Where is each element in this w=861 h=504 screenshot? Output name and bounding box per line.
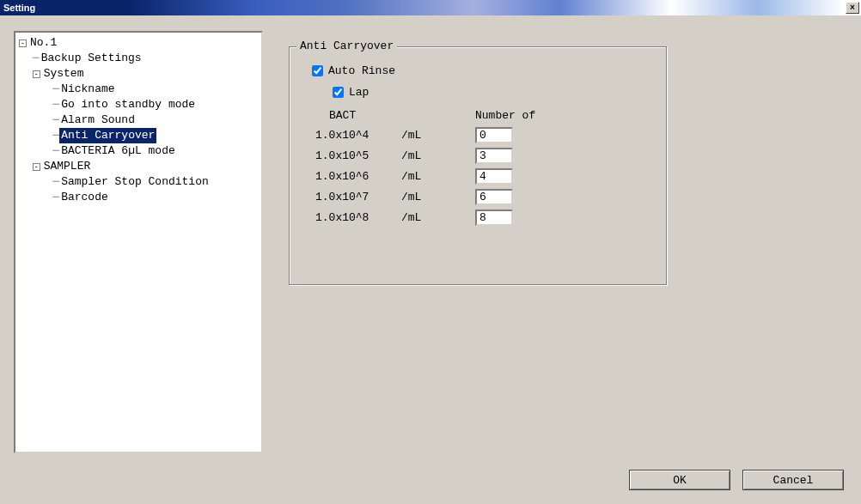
bact-value: 1.0x10^5: [315, 149, 401, 162]
table-row: 1.0x10^7 /mL: [308, 189, 647, 205]
unit-label: /mL: [401, 129, 475, 142]
tree-node-backup[interactable]: ─ Backup Settings: [19, 51, 258, 66]
lap-checkbox[interactable]: [333, 87, 344, 98]
close-icon[interactable]: ×: [846, 2, 859, 14]
columns-header: BACT Number of: [308, 109, 647, 122]
table-row: 1.0x10^6 /mL: [308, 168, 647, 185]
tree-node-system[interactable]: - System: [19, 66, 258, 82]
col-number-header: Number of: [475, 109, 578, 122]
ok-button[interactable]: OK: [629, 470, 730, 490]
tree-node-sampler[interactable]: - SAMPLER: [19, 159, 258, 174]
bact-value: 1.0x10^7: [315, 191, 401, 203]
tree-label[interactable]: Sampler Stop Condition: [59, 174, 211, 190]
tree-label[interactable]: Go into standby mode: [59, 97, 197, 112]
number-field[interactable]: [475, 148, 513, 164]
titlebar: Setting ×: [0, 0, 861, 15]
tree-label[interactable]: Anti Carryover: [59, 128, 156, 143]
tree-node-standby[interactable]: ─ Go into standby mode: [19, 97, 258, 112]
tree-label[interactable]: Backup Settings: [40, 51, 144, 66]
col-bact-header: BACT: [329, 109, 415, 122]
table-row: 1.0x10^4 /mL: [308, 127, 647, 143]
client-area: - No.1 ─ Backup Settings - System ─ Nick…: [0, 15, 861, 504]
tree-node-barcode[interactable]: ─ Barcode: [19, 190, 258, 205]
bact-value: 1.0x10^4: [315, 129, 401, 142]
tree-label[interactable]: System: [42, 66, 86, 82]
tree-label[interactable]: BACTERIA 6µL mode: [59, 143, 177, 159]
tree-node-bacteria[interactable]: ─ BACTERIA 6µL mode: [19, 143, 258, 159]
anti-carryover-group: Anti Carryover Auto Rinse Lap BACT Numbe…: [289, 46, 667, 285]
lap-label: Lap: [349, 86, 369, 99]
tree-label[interactable]: SAMPLER: [42, 159, 93, 174]
tree-node-nickname[interactable]: ─ Nickname: [19, 82, 258, 97]
tree-node-anti-carryover[interactable]: ─ Anti Carryover: [19, 128, 258, 143]
table-row: 1.0x10^5 /mL: [308, 148, 647, 164]
settings-tree[interactable]: - No.1 ─ Backup Settings - System ─ Nick…: [14, 31, 263, 453]
unit-label: /mL: [401, 211, 475, 224]
unit-label: /mL: [401, 149, 475, 162]
tree-node-no1[interactable]: - No.1: [19, 35, 258, 51]
tree-label[interactable]: Barcode: [59, 190, 110, 205]
group-legend: Anti Carryover: [296, 39, 397, 52]
tree-label[interactable]: Alarm Sound: [59, 112, 137, 128]
unit-label: /mL: [401, 170, 475, 183]
expander-icon[interactable]: -: [19, 39, 27, 47]
window-title: Setting: [3, 3, 35, 13]
table-row: 1.0x10^8 /mL: [308, 209, 647, 226]
tree-label[interactable]: Nickname: [59, 82, 116, 97]
tree-label[interactable]: No.1: [28, 35, 58, 51]
auto-rinse-row: Auto Rinse: [308, 63, 647, 79]
bact-value: 1.0x10^8: [315, 211, 401, 224]
auto-rinse-label: Auto Rinse: [328, 64, 395, 77]
cancel-button[interactable]: Cancel: [742, 470, 844, 490]
lap-row: Lap: [329, 84, 647, 100]
number-field[interactable]: [475, 189, 513, 205]
expander-icon[interactable]: -: [33, 163, 40, 171]
number-field[interactable]: [475, 168, 513, 185]
button-bar: OK Cancel: [629, 470, 844, 490]
tree-node-alarm[interactable]: ─ Alarm Sound: [19, 112, 258, 128]
bact-value: 1.0x10^6: [315, 170, 401, 183]
auto-rinse-checkbox[interactable]: [312, 65, 323, 76]
number-field[interactable]: [475, 127, 513, 143]
expander-icon[interactable]: -: [33, 70, 40, 78]
unit-label: /mL: [401, 191, 475, 203]
number-field[interactable]: [475, 209, 513, 226]
tree-node-stop-condition[interactable]: ─ Sampler Stop Condition: [19, 174, 258, 190]
